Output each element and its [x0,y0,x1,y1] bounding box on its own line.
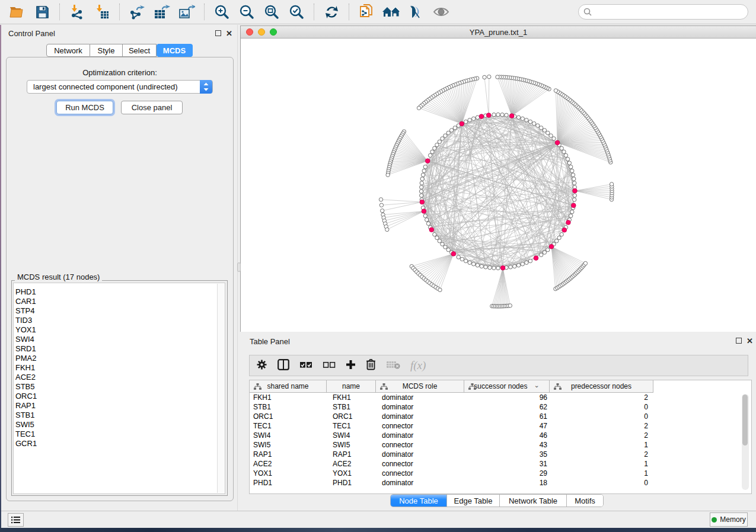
close-panel-icon[interactable]: ✕ [226,29,232,38]
table-row[interactable]: STB1STB1dominator620 [250,402,751,412]
network-document-icon[interactable] [354,3,379,21]
cell: SWI5 [327,440,376,450]
mcds-result-item[interactable]: FKH1 [14,363,225,373]
optimization-criterion-label: Optimization criterion: [7,68,233,77]
mcds-result-item[interactable]: TEC1 [14,430,225,439]
zoom-selected-icon[interactable] [284,3,309,21]
mcds-result-item[interactable]: SWI5 [14,420,225,430]
delete-table-icon[interactable] [386,360,400,371]
import-network-icon[interactable] [65,3,90,21]
cell: dominator [376,402,464,412]
export-table-icon[interactable] [149,3,174,21]
cell: 0 [550,412,653,421]
table-row[interactable]: TEC1TEC1connector472 [250,421,751,431]
search-input[interactable] [578,4,748,20]
tab-edge-table[interactable]: Edge Table [447,495,500,507]
cell: 2 [550,393,653,402]
table-toolbar: f(x) [249,355,748,376]
function-builder-icon[interactable]: f(x) [410,359,426,372]
cell: ACE2 [250,459,327,469]
cell: 46 [464,431,550,440]
table-scrollbar[interactable] [742,394,749,490]
table-scrollbar-thumb[interactable] [742,395,748,446]
close-panel-button[interactable]: Close panel [121,101,183,114]
mcds-result-item[interactable]: RAP1 [14,401,225,411]
cell: 62 [464,402,550,412]
show-all-columns-icon[interactable] [299,360,312,371]
float-panel-icon[interactable] [215,30,221,36]
export-image-icon[interactable] [174,3,199,21]
cell: dominator [376,478,464,488]
table-row[interactable]: ORC1ORC1dominator610 [250,412,751,421]
create-column-icon[interactable] [346,360,356,372]
tab-network[interactable]: Network [46,44,90,57]
cell: ORC1 [327,412,376,421]
table-row[interactable]: SWI5SWI5connector431 [250,440,751,450]
mcds-result-item[interactable]: CAR1 [14,297,225,306]
tab-style[interactable]: Style [90,44,123,57]
mcds-result-item[interactable]: TID3 [14,316,225,325]
table-settings-icon[interactable] [256,359,267,373]
tab-select[interactable]: Select [123,44,157,57]
mcds-result-item[interactable]: SRD1 [14,344,225,354]
mcds-result-item[interactable]: SWI4 [14,335,225,344]
column-header-shared-name[interactable]: shared name [250,380,327,393]
hide-all-columns-icon[interactable] [323,360,336,371]
table-header-row: shared namenameMCDS rolesuccessor nodes⌄… [250,380,653,393]
table-row[interactable]: SWI4SWI4dominator462 [250,431,751,440]
cell: 35 [464,450,550,459]
tab-mcds[interactable]: MCDS [157,44,193,57]
control-panel-tabs: NetworkStyleSelectMCDS [46,44,193,57]
tab-motifs[interactable]: Motifs [567,495,603,507]
eye-icon[interactable] [429,3,454,21]
export-network-icon[interactable] [125,3,149,21]
cell: 47 [464,421,550,431]
select-stepper-icon [200,80,212,94]
zoom-fit-icon[interactable] [259,3,284,21]
refresh-icon[interactable] [319,3,344,21]
run-mcds-button[interactable]: Run MCDS [56,101,113,114]
mcds-result-scrollbar[interactable] [217,284,225,493]
table-row[interactable]: RAP1RAP1dominator352 [250,450,751,459]
network-graph[interactable] [241,39,756,332]
column-header-name[interactable]: name [327,380,376,393]
cell: dominator [376,393,464,402]
table-row[interactable]: YOX1YOX1connector291 [250,469,751,478]
tab-node-table[interactable]: Node Table [391,495,447,507]
save-icon[interactable] [30,3,55,21]
zoom-in-icon[interactable] [209,3,234,21]
column-header-predecessor-nodes[interactable]: predecessor nodes [550,380,653,393]
task-history-button[interactable] [8,513,24,527]
zoom-out-icon[interactable] [234,3,259,21]
split-panel-icon[interactable] [277,359,289,373]
mcds-result-item[interactable]: PHD1 [14,287,225,297]
network-window-titlebar[interactable]: YPA_prune.txt_1 [241,26,756,39]
cell: STB1 [250,402,327,412]
mcds-result-item[interactable]: STP4 [14,306,225,316]
column-header-successor-nodes[interactable]: successor nodes⌄ [464,380,550,393]
float-table-panel-icon[interactable] [736,338,742,344]
mcds-result-item[interactable]: ACE2 [14,373,225,382]
table-row[interactable]: PHD1PHD1dominator180 [250,478,751,488]
memory-button[interactable]: Memory [710,512,748,527]
mcds-result-item[interactable]: ORC1 [14,392,225,401]
visual-style-icon[interactable] [404,3,429,21]
mcds-result-item[interactable]: STB1 [14,411,225,420]
criterion-select[interactable]: largest connected component (undirected) [27,80,213,94]
home-icon[interactable] [379,3,404,21]
mcds-result-item[interactable]: GCR1 [14,439,225,448]
delete-column-icon[interactable] [366,358,376,373]
tab-network-table[interactable]: Network Table [500,495,567,507]
mcds-result-list[interactable]: PHD1CAR1STP4TID3YOX1SWI4SRD1PMA2FKH1ACE2… [13,283,225,494]
mcds-result-item[interactable]: YOX1 [14,325,225,335]
open-file-icon[interactable] [5,3,30,21]
import-table-icon[interactable] [90,3,114,21]
table-row[interactable]: FKH1FKH1dominator962 [250,393,751,402]
close-table-panel-icon[interactable]: ✕ [747,336,753,345]
mcds-result-item[interactable]: PMA2 [14,354,225,363]
cell: 0 [550,402,653,412]
column-header-MCDS-role[interactable]: MCDS role [376,380,464,393]
table-row[interactable]: ACE2ACE2connector311 [250,459,751,469]
splitter-handle[interactable] [237,262,241,272]
mcds-result-item[interactable]: STB5 [14,382,225,392]
